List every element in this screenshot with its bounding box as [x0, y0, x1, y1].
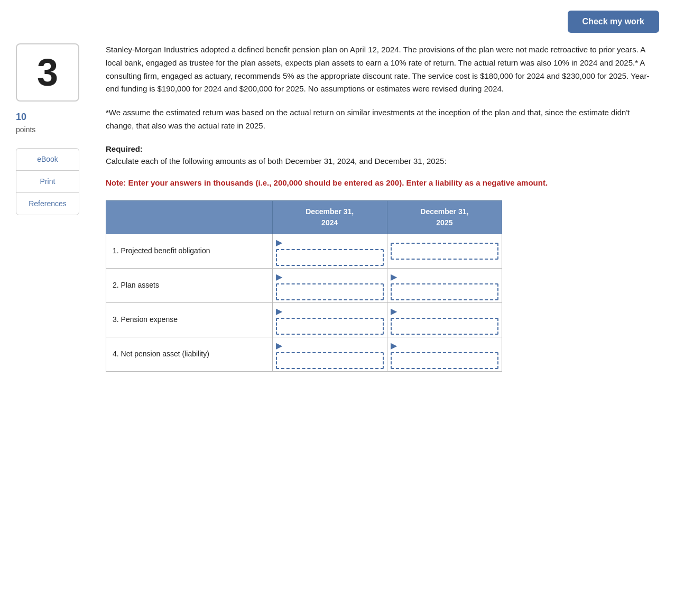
- table-row: 4. Net pension asset (liability) ▶ ▶: [106, 337, 502, 371]
- row-label-pension-expense: 3. Pension expense: [106, 302, 273, 337]
- row-label-pbo: 1. Projected benefit obligation: [106, 234, 273, 268]
- table-header-col2: December 31,2024: [272, 200, 387, 234]
- required-label: Required:: [106, 144, 143, 153]
- table-header-label: [106, 200, 273, 234]
- sidebar-item-print[interactable]: Print: [16, 171, 79, 193]
- input-cell-expense-2024[interactable]: ▶: [272, 302, 387, 337]
- flag-arrow-icon: ▶: [276, 339, 282, 352]
- input-pbo-2025[interactable]: [391, 243, 498, 260]
- table-row: 2. Plan assets ▶ ▶: [106, 268, 502, 302]
- flag-arrow-icon: ▶: [276, 271, 282, 283]
- flag-arrow-icon: ▶: [391, 339, 397, 352]
- note-text: Note: Enter your answers in thousands (i…: [106, 177, 659, 190]
- flag-arrow-icon: ▶: [391, 271, 397, 283]
- page-wrapper: Check my work 3 10 points eBook Print Re…: [0, 0, 675, 616]
- input-net-2024[interactable]: [276, 352, 384, 369]
- input-expense-2024[interactable]: [276, 318, 384, 335]
- input-cell-assets-2025[interactable]: ▶: [387, 268, 502, 302]
- input-cell-pbo-2025[interactable]: [387, 234, 502, 268]
- row-label-net-pension: 4. Net pension asset (liability): [106, 337, 273, 371]
- flag-arrow-icon: ▶: [276, 305, 282, 318]
- sidebar-item-ebook[interactable]: eBook: [16, 149, 79, 171]
- table-row: 1. Projected benefit obligation ▶: [106, 234, 502, 268]
- input-assets-2024[interactable]: [276, 283, 384, 300]
- top-bar: Check my work: [16, 11, 659, 33]
- table-header-col3: December 31,2025: [387, 200, 502, 234]
- points-label: points: [16, 124, 35, 135]
- points-section: 10 points: [16, 110, 35, 135]
- sidebar: 3 10 points eBook Print References: [16, 43, 90, 372]
- flag-arrow-icon: ▶: [391, 305, 397, 318]
- question-number-box: 3: [16, 43, 79, 102]
- sidebar-links: eBook Print References: [16, 148, 79, 215]
- input-net-2025[interactable]: [391, 352, 498, 369]
- problem-footnote: *We assume the estimated return was base…: [106, 106, 659, 133]
- points-value: 10: [16, 110, 35, 124]
- data-table: December 31,2024 December 31,2025 1. Pro…: [106, 200, 502, 372]
- required-desc: Calculate each of the following amounts …: [106, 157, 447, 166]
- required-section: Required: Calculate each of the followin…: [106, 143, 659, 168]
- table-wrapper: December 31,2024 December 31,2025 1. Pro…: [106, 200, 659, 372]
- check-my-work-button[interactable]: Check my work: [568, 11, 659, 33]
- input-assets-2025[interactable]: [391, 283, 498, 300]
- flag-arrow-icon: ▶: [276, 236, 282, 249]
- sidebar-item-references[interactable]: References: [16, 193, 79, 215]
- main-layout: 3 10 points eBook Print References Stanl…: [16, 43, 659, 372]
- question-number: 3: [37, 44, 58, 101]
- table-row: 3. Pension expense ▶ ▶: [106, 302, 502, 337]
- input-cell-pbo-2024[interactable]: ▶: [272, 234, 387, 268]
- content-area: Stanley-Morgan Industries adopted a defi…: [106, 43, 659, 372]
- row-label-plan-assets: 2. Plan assets: [106, 268, 273, 302]
- input-cell-expense-2025[interactable]: ▶: [387, 302, 502, 337]
- input-expense-2025[interactable]: [391, 318, 498, 335]
- problem-main-text: Stanley-Morgan Industries adopted a defi…: [106, 43, 659, 96]
- input-pbo-2024[interactable]: [276, 249, 384, 266]
- input-cell-net-2025[interactable]: ▶: [387, 337, 502, 371]
- input-cell-net-2024[interactable]: ▶: [272, 337, 387, 371]
- input-cell-assets-2024[interactable]: ▶: [272, 268, 387, 302]
